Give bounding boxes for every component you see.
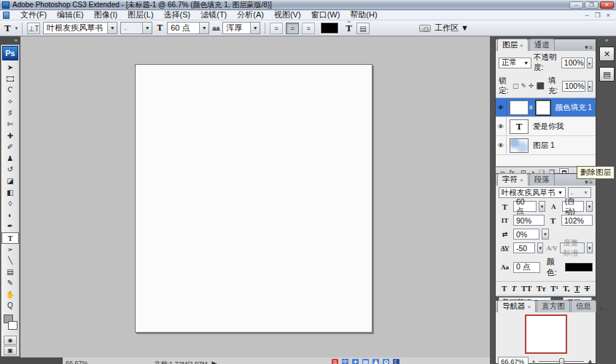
- move-tool[interactable]: ➤: [1, 62, 19, 74]
- history-brush-tool[interactable]: ↺: [1, 164, 19, 175]
- line-tool[interactable]: ╲: [1, 255, 19, 266]
- text-color-swatch[interactable]: [321, 23, 338, 33]
- faux-bold-button[interactable]: T: [502, 284, 507, 293]
- layer-name[interactable]: 颜色填充 1: [555, 103, 592, 113]
- chevron-down-icon[interactable]: ▼: [199, 23, 208, 33]
- close-button[interactable]: ✕: [600, 1, 614, 9]
- type-tool-preset-icon[interactable]: T: [3, 23, 12, 34]
- chevron-down-icon[interactable]: ▼: [250, 23, 260, 33]
- clone-stamp-tool[interactable]: ♟: [1, 153, 19, 165]
- leading-dropdown[interactable]: ▼: [586, 201, 593, 212]
- eye-icon[interactable]: 👁: [496, 136, 507, 154]
- workspace-dropdown[interactable]: 工作区 ▼: [434, 23, 469, 33]
- kerning-field[interactable]: 度量标准: [560, 242, 584, 253]
- fill-spinner[interactable]: ▸: [588, 81, 593, 92]
- opacity-field[interactable]: 100%: [561, 58, 585, 68]
- brush-tool[interactable]: ✐: [1, 141, 19, 153]
- doc-restore-button[interactable]: ❐: [595, 12, 601, 19]
- eyedropper-tool[interactable]: ✎: [1, 277, 19, 289]
- ime-keyboard-icon[interactable]: ▦: [362, 359, 369, 364]
- eye-icon[interactable]: 👁: [496, 117, 507, 135]
- align-right-button[interactable]: ≡: [302, 23, 315, 34]
- toolbox-collapse-icon[interactable]: »: [0, 36, 20, 44]
- toggle-palettes-button[interactable]: ▤: [356, 23, 370, 34]
- minimize-button[interactable]: –: [569, 1, 583, 9]
- menu-help[interactable]: 帮助(H): [345, 10, 382, 20]
- font-size-dropdown[interactable]: ▼: [539, 201, 545, 212]
- font-family-select[interactable]: 叶根友疾风草书 ▼: [43, 22, 117, 34]
- ime-icon[interactable]: ✦: [352, 359, 359, 364]
- anti-alias-select[interactable]: 浑厚 ▼: [222, 22, 260, 34]
- pen-tool[interactable]: ✒: [1, 221, 19, 232]
- layer-row-text[interactable]: 👁 T 爱是你我: [496, 117, 596, 136]
- navigator-zoom-field[interactable]: 66.67%: [498, 357, 529, 364]
- menu-analysis[interactable]: 分析(A): [232, 10, 269, 20]
- layer-row-image[interactable]: 👁 图层 1: [496, 136, 596, 155]
- kerning-dropdown[interactable]: ▼: [587, 242, 593, 253]
- fill-layer-thumbnail[interactable]: [510, 100, 529, 115]
- tab-navigator[interactable]: 导航器×: [497, 300, 536, 312]
- tab-close-icon[interactable]: ×: [520, 42, 523, 49]
- slice-tool[interactable]: ✄: [1, 119, 19, 130]
- collapsed-panel-button-2[interactable]: ▤: [599, 67, 615, 82]
- subscript-button[interactable]: T,: [563, 284, 569, 293]
- menu-view[interactable]: 视图(V): [269, 10, 306, 20]
- warp-text-button[interactable]: T: [344, 23, 354, 34]
- proportional-spacing-dropdown[interactable]: ▼: [542, 229, 549, 240]
- tracking-dropdown[interactable]: ▼: [537, 242, 543, 253]
- opacity-spinner[interactable]: ▸: [587, 58, 593, 68]
- dock-expand-icon[interactable]: «: [605, 37, 608, 44]
- zoom-slider-thumb[interactable]: [559, 358, 564, 364]
- superscript-button[interactable]: T¹: [550, 284, 558, 293]
- menu-layer[interactable]: 图层(L): [122, 10, 158, 20]
- tab-close-icon[interactable]: ×: [528, 304, 531, 310]
- align-center-button[interactable]: ≡: [286, 23, 299, 34]
- baseline-shift-field[interactable]: 0 点: [513, 262, 540, 273]
- layer-name[interactable]: 图层 1: [533, 141, 555, 151]
- notes-tool[interactable]: ▤: [1, 266, 19, 278]
- tab-info[interactable]: 信息: [571, 300, 596, 312]
- lasso-tool[interactable]: Ϛ: [1, 84, 19, 96]
- blend-mode-select[interactable]: 正常▼: [499, 58, 531, 68]
- tab-histogram[interactable]: 直方图: [537, 300, 570, 312]
- ime-skin-icon[interactable]: ✿: [383, 359, 389, 364]
- healing-brush-tool[interactable]: ✚: [1, 130, 19, 142]
- path-selection-tool[interactable]: ➢: [1, 244, 19, 256]
- gradient-tool[interactable]: ◧: [1, 187, 19, 199]
- layer-name[interactable]: 爱是你我: [533, 122, 564, 132]
- lock-all-icon[interactable]: ⬛: [537, 82, 545, 90]
- menu-select[interactable]: 选择(S): [159, 10, 196, 20]
- panel-menu-icon[interactable]: ▼≡: [597, 306, 609, 312]
- status-zoom[interactable]: 66.67%: [66, 360, 88, 364]
- font-size-select[interactable]: 60 点 ▼: [167, 22, 209, 34]
- dodge-tool[interactable]: ◐: [1, 210, 19, 221]
- font-style-select[interactable]: - ▼: [120, 22, 152, 34]
- crop-tool[interactable]: ♯: [1, 107, 19, 119]
- image-layer-thumbnail[interactable]: [510, 138, 529, 153]
- panel-menu-icon[interactable]: ▼≡: [582, 179, 594, 186]
- marquee-tool[interactable]: [1, 74, 19, 85]
- all-caps-button[interactable]: TT: [521, 284, 532, 293]
- quick-selection-tool[interactable]: ✧: [1, 96, 19, 108]
- menu-file[interactable]: 文件(F): [15, 10, 52, 20]
- strikethrough-button[interactable]: Ŧ: [585, 284, 590, 293]
- underline-button[interactable]: T: [574, 284, 580, 293]
- navigator-proxy-view[interactable]: [525, 314, 567, 354]
- bridge-icon[interactable]: [419, 25, 431, 32]
- chevron-down-icon[interactable]: ▼: [107, 23, 117, 33]
- menu-filter[interactable]: 滤镜(T): [195, 10, 232, 20]
- document-workspace[interactable]: [20, 36, 490, 357]
- zoom-slider[interactable]: [539, 357, 584, 364]
- ime-lang-icon[interactable]: 中: [342, 359, 348, 364]
- background-color-swatch[interactable]: [8, 321, 17, 330]
- zoom-out-icon[interactable]: ▲: [531, 359, 536, 363]
- menu-image[interactable]: 图像(I): [89, 10, 122, 20]
- tab-layers[interactable]: 图层×: [497, 39, 529, 51]
- tool-preset-arrow-icon[interactable]: ▾: [15, 25, 18, 31]
- chevron-down-icon[interactable]: ▼: [142, 23, 152, 33]
- panel-menu-icon[interactable]: ▼≡: [582, 44, 594, 51]
- layer-row-color-fill[interactable]: 👁 8 颜色填充 1: [496, 98, 596, 117]
- font-size-field[interactable]: 60 点: [513, 201, 537, 212]
- vertical-scale-field[interactable]: 90%: [513, 215, 545, 226]
- eraser-tool[interactable]: ◪: [1, 175, 19, 187]
